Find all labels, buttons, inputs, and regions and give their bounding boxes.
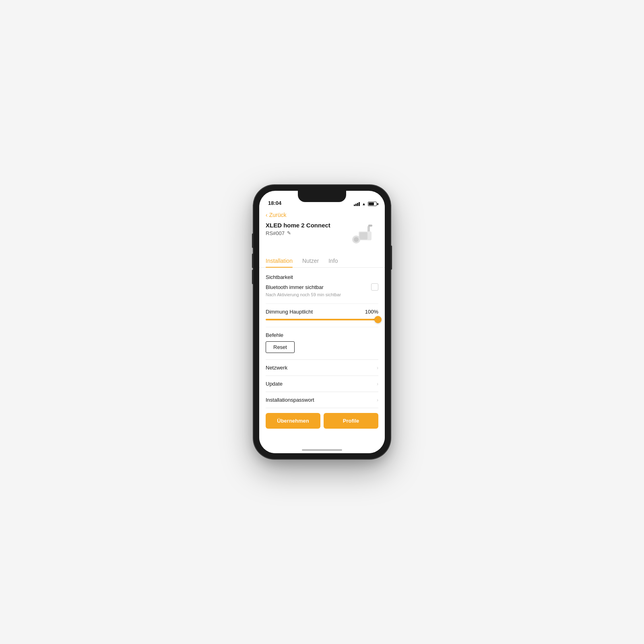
sichtbarkeit-section: Sichtbarkeit Bluetooth immer sichtbar Na… xyxy=(266,274,378,297)
tab-nutzer[interactable]: Nutzer xyxy=(302,254,319,267)
menu-item-netzwerk[interactable]: Netzwerk › xyxy=(266,360,378,376)
bluetooth-row: Bluetooth immer sichtbar xyxy=(266,283,378,291)
device-image xyxy=(346,221,378,250)
tabs-bar: Installation Nutzer Info xyxy=(259,254,385,268)
befehle-section: Befehle Reset xyxy=(266,332,378,353)
profile-button[interactable]: Profile xyxy=(324,413,378,429)
dimmung-section: Dimmung Hauptlicht 100% xyxy=(266,309,378,320)
menu-item-label-update: Update xyxy=(266,381,283,387)
slider-fill xyxy=(266,319,378,320)
app-content[interactable]: ‹ Zurück XLED home 2 Connect RS#007 ✎ xyxy=(259,208,385,453)
divider-1 xyxy=(266,303,378,304)
phone-screen: 18:04 ▲ ‹ Zurück xyxy=(259,191,385,453)
svg-rect-5 xyxy=(368,225,372,227)
status-time: 18:04 xyxy=(267,200,281,206)
notch xyxy=(298,191,346,202)
netzwerk-chevron-icon: › xyxy=(377,365,378,371)
slider-thumb[interactable] xyxy=(374,316,382,323)
reset-button[interactable]: Reset xyxy=(266,341,295,353)
menu-item-update[interactable]: Update › xyxy=(266,376,378,392)
apply-button[interactable]: Übernehmen xyxy=(266,413,320,429)
dimmung-label: Dimmung Hauptlicht xyxy=(266,309,313,315)
befehle-title: Befehle xyxy=(266,332,378,338)
svg-rect-2 xyxy=(359,232,367,239)
status-icons: ▲ xyxy=(354,202,377,206)
menu-item-label-installationspasswort: Installationspasswort xyxy=(266,397,314,403)
bluetooth-checkbox[interactable] xyxy=(371,283,378,291)
phone-frame: 18:04 ▲ ‹ Zurück xyxy=(254,185,390,459)
menu-items-list: Netzwerk › Update › Installationspasswor… xyxy=(266,359,378,408)
slider-header: Dimmung Hauptlicht 100% xyxy=(266,309,378,315)
bottom-buttons: Übernehmen Profile xyxy=(259,408,385,437)
back-button-label[interactable]: Zurück xyxy=(269,212,287,218)
update-chevron-icon: › xyxy=(377,381,378,387)
device-name: XLED home 2 Connect xyxy=(266,221,346,229)
menu-item-label-netzwerk: Netzwerk xyxy=(266,365,287,371)
signal-icon xyxy=(354,202,360,206)
floodlight-illustration xyxy=(347,223,378,249)
installationspasswort-chevron-icon: › xyxy=(377,397,378,403)
device-info: XLED home 2 Connect RS#007 ✎ xyxy=(266,221,346,236)
device-id-row: RS#007 ✎ xyxy=(266,230,346,236)
bluetooth-hint: Nach Aktivierung noch 59 min sichtbar xyxy=(266,292,378,297)
installation-content: Sichtbarkeit Bluetooth immer sichtbar Na… xyxy=(259,268,385,408)
divider-2 xyxy=(266,327,378,327)
edit-icon[interactable]: ✎ xyxy=(287,230,291,236)
device-header: XLED home 2 Connect RS#007 ✎ xyxy=(259,220,385,254)
battery-icon xyxy=(368,202,377,206)
tab-info[interactable]: Info xyxy=(328,254,338,267)
tab-installation[interactable]: Installation xyxy=(266,254,293,267)
sichtbarkeit-title: Sichtbarkeit xyxy=(266,274,378,280)
device-id: RS#007 xyxy=(266,230,285,236)
bluetooth-label: Bluetooth immer sichtbar xyxy=(266,284,324,290)
dimmung-value: 100% xyxy=(365,309,378,315)
dimmung-slider[interactable] xyxy=(266,319,378,320)
home-indicator xyxy=(302,449,342,451)
svg-point-4 xyxy=(354,237,359,242)
back-chevron-icon: ‹ xyxy=(266,212,268,218)
back-navigation[interactable]: ‹ Zurück xyxy=(259,208,385,220)
wifi-icon: ▲ xyxy=(362,202,366,206)
menu-item-installationspasswort[interactable]: Installationspasswort › xyxy=(266,392,378,408)
